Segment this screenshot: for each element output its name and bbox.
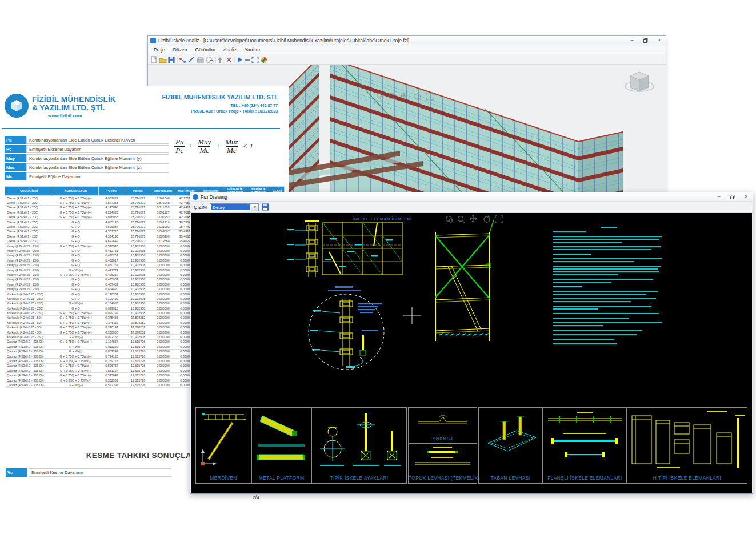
note-text-line <box>553 294 646 295</box>
zoom-window-icon <box>207 58 213 63</box>
table-cell: 0,000000 <box>151 287 175 291</box>
table-cell: Çapraz (4.53x0.3 - 306.06) <box>5 339 53 344</box>
node-tool-icon <box>179 58 186 63</box>
table-cell: G + 0.75Q + 0.75Wy(+) <box>53 320 99 325</box>
table-cell: 0,000000 <box>151 339 175 344</box>
table-cell: 0,008309 <box>151 234 175 239</box>
table-cell: Yatay (4.24x0.25 - 250) <box>5 248 53 253</box>
table-cell: 0,000000 <box>151 296 175 301</box>
cad-window: Fizi Drawing – × ÇİZİM Detay ▼ İSKELE EL… <box>190 192 753 494</box>
note-text-line <box>601 227 616 228</box>
drawing-select-combo[interactable]: Detay ▼ <box>210 203 259 211</box>
menu-proje[interactable]: Proje <box>150 46 169 53</box>
table-cell: 4,685130 <box>99 219 125 224</box>
panel-topuk-levhasi: ANKRAJ TOPUK LEVHASI (TEKMELİK) <box>408 407 477 484</box>
close-button[interactable]: × <box>742 194 750 200</box>
panel-label: TABAN LEVHASI <box>479 475 542 481</box>
viewer3d-title: Fizibil İskele Analiz - [C:\Users\develo… <box>158 38 623 43</box>
table-cell: Dikme (4.53x0.3 - 200) <box>5 219 53 224</box>
table-cell: Dikme (4.53x0.3 - 200) <box>5 234 53 239</box>
page-indicator: 2/4 <box>239 495 273 500</box>
open-folder-icon <box>159 58 166 63</box>
note-text-line <box>553 231 586 232</box>
table-cell: 0,000000 <box>151 368 175 373</box>
app-icon <box>150 38 156 43</box>
table-cell: Çapraz (4.53x0.3 - 306.06) <box>5 368 53 373</box>
print-icon <box>197 57 203 62</box>
def-desc: Kombinasyonlardan Elde Edilen Çubuk Ekse… <box>26 136 169 144</box>
chevron-down-icon[interactable]: ▼ <box>251 204 258 211</box>
menu-analiz[interactable]: Analiz <box>220 46 240 53</box>
table-cell: 10,902908 <box>125 282 151 287</box>
table-cell: G + Wx(-) <box>53 344 99 349</box>
table-cell: 0,535647 <box>99 373 125 378</box>
minimize-button[interactable]: – <box>628 37 636 43</box>
cad-canvas[interactable]: İSKELE ELEMAN İSİMLERİ MERDİVEN <box>191 213 752 493</box>
table-cell: 28,796273 <box>125 224 151 229</box>
table-cell: 0,000000 <box>151 315 175 320</box>
table-cell: 10,902908 <box>125 287 151 291</box>
table-cell: 10,902908 <box>125 267 151 272</box>
note-text-line <box>553 279 653 280</box>
panel-label: ANKRAJ <box>409 436 477 441</box>
table-cell: 12,615726 <box>125 383 151 387</box>
table-cell: 0,000000 <box>151 243 175 248</box>
table-cell: 0,000000 <box>151 267 175 272</box>
new-file-icon <box>151 57 156 63</box>
restore-button[interactable] <box>729 194 737 200</box>
table-cell: 0,099732 <box>99 311 125 315</box>
table-cell: 28,796273 <box>125 234 151 239</box>
table-cell: 0,000000 <box>151 383 175 387</box>
table-cell: 0,000000 <box>151 354 175 358</box>
note-text-line <box>553 318 629 319</box>
viewport-nav-icons[interactable] <box>377 91 436 102</box>
table-cell: G + Wx(+) <box>53 267 99 272</box>
menu-duzen[interactable]: Düzen <box>170 46 191 53</box>
table-cell: 0,000000 <box>151 263 175 267</box>
menu-yardim[interactable]: Yardım <box>241 46 263 53</box>
def-symbol: Pc <box>5 145 26 153</box>
close-button[interactable]: × <box>655 37 663 43</box>
viewer3d-toolbar[interactable] <box>148 55 666 65</box>
table-cell: G + Wx(+) <box>53 335 99 339</box>
company-logo-icon <box>5 94 29 118</box>
table-cell: 0,520938 <box>99 243 125 248</box>
table-cell: Korkuluk (4.24x0.25 - 250) <box>5 291 53 296</box>
cad-nav-icons[interactable] <box>446 214 505 224</box>
run-analysis-icon <box>238 57 242 62</box>
table-cell: 0,000000 <box>151 311 175 315</box>
note-text-line <box>553 282 611 283</box>
table-cell: Dikme (4.53x0.3 - 200) <box>5 224 53 229</box>
table-cell: 4,632642 <box>99 239 125 243</box>
panel-label: TOPUK LEVHASI (TEKMELİK) <box>409 475 477 481</box>
table-cell: 0,711809 <box>151 205 175 210</box>
table-cell: G + Q <box>53 253 99 258</box>
table-cell: Yatay (4.24x0.25 - 250) <box>5 272 53 277</box>
report-header: FİZİBİL MÜHENDİSLİK & YAZILIM LTD. ŞTİ. … <box>0 91 283 127</box>
formula-term: Muz <box>224 138 239 146</box>
table-cell: 0,407463 <box>99 282 125 287</box>
table-cell: 0,911029 <box>99 344 125 349</box>
note-text-line <box>553 306 651 307</box>
menu-gorunum[interactable]: Görünüm <box>191 46 218 53</box>
table-cell: G + 0.75Q + 0.75Wx(+) <box>53 363 99 368</box>
table-cell: Korkuluk (4.24x0.25 - 250) <box>5 296 53 301</box>
minimize-button[interactable]: – <box>715 194 723 200</box>
table-cell: 12,615726 <box>125 339 151 344</box>
restore-button[interactable] <box>642 37 650 43</box>
table-cell: 0,345455 <box>99 315 125 320</box>
table-cell: 37,878252 <box>125 325 151 330</box>
save-drawing-icon[interactable] <box>262 203 270 211</box>
def-symbol: Pu <box>5 136 26 144</box>
viewer3d-titlebar[interactable]: Fizibil İskele Analiz - [C:\Users\develo… <box>148 36 666 45</box>
cad-titlebar[interactable]: Fizi Drawing – × <box>190 192 753 202</box>
table-cell: 0,091227 <box>151 210 175 215</box>
table-cell: G + 0.75Q + 0.75Wx(-) <box>53 272 99 277</box>
table-cell: Korkuluk (4.24x0.25 - 50) <box>5 325 53 330</box>
definitions-table: PuKombinasyonlardan Elde Edilen Çubuk Ek… <box>5 135 169 182</box>
table-cell: Çapraz (4.53x0.3 - 306.06) <box>5 359 53 363</box>
table-cell: 12,615726 <box>125 349 151 354</box>
panel-label: FLANŞLI İSKELE ELEMANLARI <box>543 475 626 481</box>
navigation-cube[interactable] <box>623 69 655 99</box>
toolbar-icons[interactable] <box>150 55 278 64</box>
